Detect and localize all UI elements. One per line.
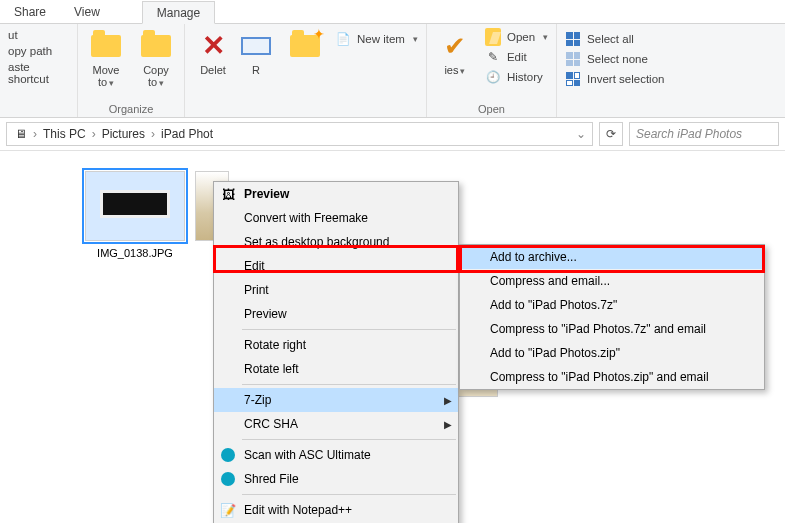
paste-shortcut-button[interactable]: aste shortcut	[6, 60, 71, 86]
menu-scan-asc[interactable]: Scan with ASC Ultimate	[214, 443, 458, 467]
select-none-button[interactable]: Select none	[563, 50, 666, 68]
submenu-compress-zip-email[interactable]: Compress to "iPad Photos.zip" and email	[460, 365, 764, 389]
breadcrumb-folder[interactable]: iPad Phot	[157, 127, 217, 141]
copy-path-button[interactable]: opy path	[6, 44, 71, 58]
menu-7zip[interactable]: 7-Zip▶	[214, 388, 458, 412]
delete-button[interactable]: ✕ Delet	[191, 28, 235, 76]
history-icon: 🕘	[485, 69, 501, 85]
invert-selection-button[interactable]: Invert selection	[563, 70, 666, 88]
properties-button[interactable]: ✔ ies▾	[433, 28, 477, 86]
delete-icon: ✕	[202, 32, 225, 60]
edit-button[interactable]: ✎Edit	[483, 48, 550, 66]
edit-icon: ✎	[485, 49, 501, 65]
breadcrumb-pc-icon: 🖥	[11, 127, 31, 141]
breadcrumb-pictures[interactable]: Pictures	[98, 127, 149, 141]
submenu-add-to-archive[interactable]: Add to archive...	[460, 245, 764, 269]
menu-print[interactable]: Print	[214, 278, 458, 302]
menu-edit[interactable]: Edit	[214, 254, 458, 278]
submenu-arrow-icon: ▶	[444, 419, 452, 430]
copy-to-button[interactable]: Copy to▾	[134, 28, 178, 89]
menu-preview[interactable]: 🖼Preview	[214, 182, 458, 206]
select-all-icon	[566, 32, 580, 46]
submenu-add-7z[interactable]: Add to "iPad Photos.7z"	[460, 293, 764, 317]
ribbon-tabs: Share View Manage	[0, 0, 785, 24]
cut-button[interactable]: ut	[6, 28, 71, 42]
context-menu: 🖼Preview Convert with Freemake Set as de…	[213, 181, 459, 523]
file-thumbnail[interactable]: IMG_0138.JPG	[80, 171, 190, 259]
search-input[interactable]: Search iPad Photos	[629, 122, 779, 146]
file-name-label: IMG_0138.JPG	[80, 247, 190, 259]
menu-shred-file[interactable]: Shred File	[214, 467, 458, 491]
asc-icon	[220, 447, 236, 463]
context-submenu-7zip: Add to archive... Compress and email... …	[459, 244, 765, 390]
menu-preview2[interactable]: Preview	[214, 302, 458, 326]
open-icon	[485, 28, 501, 46]
breadcrumb-dropdown-icon[interactable]: ⌄	[574, 127, 588, 141]
ribbon: ut opy path aste shortcut Move to▾ Copy …	[0, 24, 785, 118]
breadcrumb-this-pc[interactable]: This PC	[39, 127, 90, 141]
tab-manage[interactable]: Manage	[142, 1, 215, 24]
breadcrumb[interactable]: 🖥› This PC› Pictures› iPad Phot ⌄	[6, 122, 593, 146]
address-bar: 🖥› This PC› Pictures› iPad Phot ⌄ ⟳ Sear…	[0, 118, 785, 151]
submenu-compress-and-email[interactable]: Compress and email...	[460, 269, 764, 293]
menu-rotate-left[interactable]: Rotate left	[214, 357, 458, 381]
select-none-icon	[566, 52, 580, 66]
submenu-compress-7z-email[interactable]: Compress to "iPad Photos.7z" and email	[460, 317, 764, 341]
move-to-button[interactable]: Move to▾	[84, 28, 128, 89]
group-open-label: Open	[433, 101, 550, 115]
rename-button[interactable]: R	[241, 28, 271, 76]
menu-notepadpp[interactable]: 📝Edit with Notepad++	[214, 498, 458, 522]
menu-rotate-right[interactable]: Rotate right	[214, 333, 458, 357]
submenu-add-zip[interactable]: Add to "iPad Photos.zip"	[460, 341, 764, 365]
folder-icon	[91, 35, 121, 57]
group-organize-label: Organize	[84, 101, 178, 115]
open-button[interactable]: Open▾	[483, 28, 550, 46]
menu-set-desktop-bg[interactable]: Set as desktop background	[214, 230, 458, 254]
select-all-button[interactable]: Select all	[563, 30, 666, 48]
thumbnail-image	[85, 171, 185, 241]
menu-convert-freemake[interactable]: Convert with Freemake	[214, 206, 458, 230]
folder-icon	[141, 35, 171, 57]
invert-selection-icon	[566, 72, 580, 86]
check-icon: ✔	[444, 31, 466, 62]
tab-view[interactable]: View	[60, 1, 114, 22]
sparkle-icon: ✦	[313, 26, 325, 42]
refresh-icon: ⟳	[606, 127, 616, 141]
tab-share[interactable]: Share	[0, 1, 60, 22]
rename-icon	[241, 37, 271, 55]
refresh-button[interactable]: ⟳	[599, 122, 623, 146]
preview-icon: 🖼	[220, 186, 236, 202]
new-item-button[interactable]: 📄 New item▾	[333, 30, 420, 48]
notepadpp-icon: 📝	[220, 502, 236, 518]
menu-crc-sha[interactable]: CRC SHA▶	[214, 412, 458, 436]
submenu-arrow-icon: ▶	[444, 395, 452, 406]
history-button[interactable]: 🕘History	[483, 68, 550, 86]
shred-icon	[220, 471, 236, 487]
new-item-icon: 📄	[335, 31, 351, 47]
new-folder-button[interactable]: ✦	[283, 28, 327, 64]
